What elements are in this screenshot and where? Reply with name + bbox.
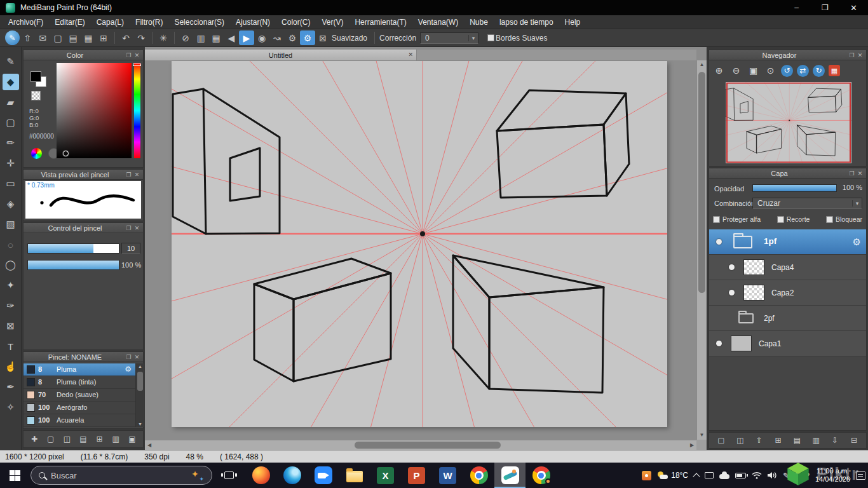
snap-off-button[interactable]: ⊘ [178,30,193,45]
popout-icon[interactable]: ❐ [125,224,133,232]
menu-archivo[interactable]: Archivo(F) [3,15,49,29]
battery-icon[interactable] [735,473,746,478]
settings-button[interactable]: ⚙ [300,30,315,45]
brush-size-value[interactable]: 10 [121,243,140,254]
taskbar-zoom-button[interactable] [308,463,339,488]
correction-dropdown[interactable]: 0 ▾ [420,32,478,44]
snap-parallel-button[interactable]: ▥ [193,30,208,45]
vanish-left-button[interactable]: ◀ [224,30,239,45]
taskbar-chrome-profile-button[interactable] [526,463,557,488]
hand-tool[interactable]: ☝ [3,358,19,375]
brush-row-acuarela[interactable]: 100 Acuarela [24,414,135,427]
layer-options-button[interactable]: ⊞ [773,435,784,446]
menu-filtro[interactable]: Filtro(R) [130,15,168,29]
document-button[interactable]: ▤ [65,30,81,45]
brush-list-scrollbar[interactable]: ▲ ▼ [135,363,144,427]
workspace-button[interactable]: ⊞ [96,30,111,45]
flip-button[interactable]: ⇄ [797,65,809,77]
rotate-left-button[interactable]: ↺ [781,65,793,77]
copy-brush-button[interactable]: ▥ [110,433,121,445]
shape-tool[interactable]: ▭ [3,175,19,192]
snap-curve-button[interactable]: ↝ [269,30,285,45]
add-layer-button[interactable]: ▢ [715,435,727,446]
vanishing-point[interactable] [420,231,425,236]
bucket-tool[interactable]: ◈ [3,196,19,212]
menu-lapso-de-tiempo[interactable]: lapso de tiempo [494,15,559,29]
scroll-down-icon[interactable]: ▼ [136,422,144,426]
gradient-tool[interactable]: ▧ [3,216,19,233]
menu-editar[interactable]: Editar(E) [49,15,90,29]
transparent-color-swatch[interactable] [31,91,41,100]
pen-tool[interactable]: ✎ [3,53,19,70]
taskbar-edge-button[interactable] [276,463,308,488]
add-brush-button[interactable]: ✚ [29,433,40,445]
menu-herramienta[interactable]: Herramienta(T) [349,15,412,29]
hue-slider[interactable] [134,63,140,158]
copilot-icon[interactable]: ✦ ✦ [190,468,204,482]
close-icon[interactable]: ✕ [856,51,864,59]
display-icon[interactable] [705,472,714,478]
restore-button[interactable]: ❐ [811,0,839,15]
minimize-button[interactable]: – [782,0,811,15]
rotate-reset-button[interactable]: ✳ [156,30,171,45]
finger-tool[interactable]: ▰ [3,94,19,111]
popout-icon[interactable]: ❐ [848,51,856,59]
scroll-up-icon[interactable]: ▲ [697,60,707,69]
close-icon[interactable]: ✕ [133,224,141,232]
popout-icon[interactable]: ❐ [848,169,856,177]
delete-layer-button[interactable]: ⊟ [848,435,860,446]
select-pen-tool[interactable]: ✑ [3,297,19,314]
layer-row-capa4[interactable]: Capa4 [709,255,866,280]
zoom-reset-button[interactable]: ⊙ [764,64,777,78]
menu-ver[interactable]: Ver(V) [316,15,349,29]
lock-checkbox[interactable] [826,216,833,223]
layer-row-1pf[interactable]: 1pf ⚙ [709,229,866,255]
ellipse-select-tool[interactable]: ◯ [3,257,19,273]
brush-row-pluma[interactable]: 8 Pluma ⚙ [24,363,135,376]
eyedropper-tool[interactable]: ✒ [3,379,19,395]
close-icon[interactable]: ✕ [133,170,141,179]
text-tool[interactable]: T [3,338,19,355]
layer-visibility-toggle[interactable] [729,264,735,270]
menu-help[interactable]: Help [559,15,587,29]
taskbar-powerpoint-button[interactable]: P [401,463,432,488]
soft-edges-checkbox[interactable] [487,34,494,41]
taskbar-search[interactable]: Buscar ✦ ✦ [31,466,212,485]
brush-opacity-slider[interactable] [27,260,119,270]
new-folder-button[interactable]: ▤ [791,435,803,446]
layer-settings-gear-icon[interactable]: ⚙ [853,236,861,248]
clock[interactable]: 11:00 a.m. 14/04/2026 [815,467,850,484]
document-tab[interactable]: Untitled ✕ [145,50,417,60]
fit-button[interactable]: ▣ [747,64,760,78]
divide-tool[interactable]: ✧ [3,399,19,416]
scrollbar-thumb[interactable] [698,72,705,293]
main-tool-button[interactable]: ✎ [5,30,20,45]
canvas[interactable] [172,61,667,427]
protect-alpha-checkbox[interactable] [713,216,720,223]
pen-icon[interactable]: ✎ [783,471,790,480]
eraser-tool[interactable]: ◆ [3,74,19,90]
brush-row-aerografo[interactable]: 100 Aerógrafo [24,402,135,414]
select-rect-tool[interactable]: ▢ [3,114,19,131]
duplicate-layer-button[interactable]: ▥ [810,435,822,446]
task-view-button[interactable] [216,463,241,488]
language-indicator[interactable]: ESP [796,471,810,479]
snap-radial-button[interactable]: ◉ [254,30,269,45]
duplicate-brush-button[interactable]: ◫ [61,433,72,445]
smoothing-icon[interactable]: ⊠ [315,30,330,45]
brush-menu-button[interactable]: ⊞ [94,433,105,445]
snap-grid-button[interactable]: ▦ [208,30,224,45]
brush-row-pluma-tinta[interactable]: 8 Pluma (tinta) [24,376,135,389]
scrollbar-thumb[interactable] [355,442,501,449]
taskbar-firefox-button[interactable] [245,463,276,488]
taskbar-explorer-button[interactable] [339,463,370,488]
redo-button[interactable]: ↷ [133,30,149,45]
snap-settings-button[interactable]: ⚙ [285,30,300,45]
scroll-left-icon[interactable]: ◀ [145,440,154,450]
hue-marker[interactable] [133,64,141,66]
delete-brush-button[interactable]: ▣ [126,433,138,445]
menu-ajustar[interactable]: Ajustar(N) [230,15,276,29]
brush-row-dedo[interactable]: 70 Dedo (suave) [24,389,135,402]
clipping-checkbox[interactable] [777,216,784,223]
raise-layer-button[interactable]: ⇧ [754,435,765,446]
